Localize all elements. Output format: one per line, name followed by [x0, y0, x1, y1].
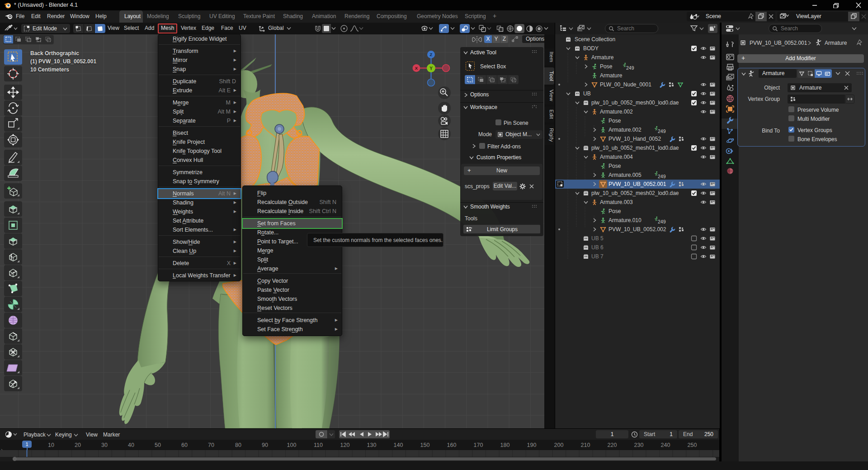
svg-text:X: X [415, 66, 418, 71]
svg-text:Y: Y [429, 66, 433, 71]
svg-text:Z: Z [430, 52, 433, 57]
